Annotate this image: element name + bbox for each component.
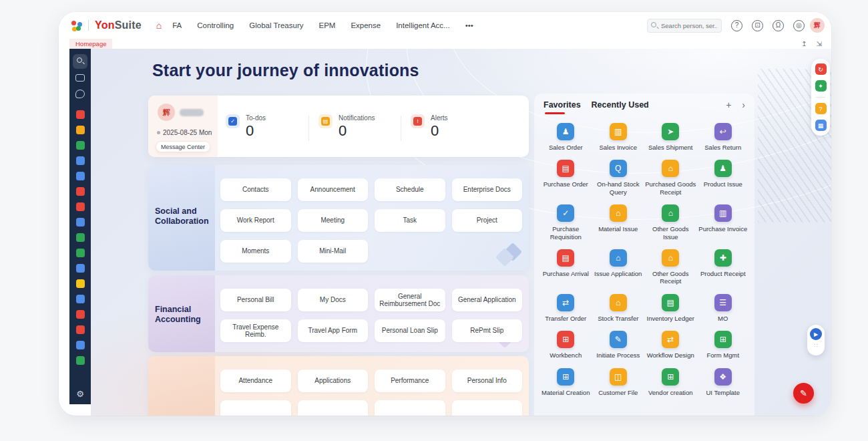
app-tile[interactable]: ⌂Purchased Goods Receipt — [645, 160, 696, 196]
sidebar-app-icon[interactable] — [76, 218, 85, 227]
quick-link-button[interactable]: Task — [375, 209, 445, 232]
nav-item[interactable]: EPM — [318, 21, 335, 29]
quick-link-button[interactable]: Personal Bill — [220, 289, 291, 311]
quick-link-button[interactable]: RePmt Slip — [452, 319, 523, 342]
app-tile[interactable]: ✓Purchase Requisition — [540, 204, 592, 241]
user-avatar[interactable]: 辉 — [810, 18, 825, 33]
tab-favorites[interactable]: Favorites — [544, 100, 581, 114]
sidebar-app-icon[interactable] — [76, 141, 85, 150]
quick-link-button[interactable]: Meeting — [298, 209, 369, 232]
rail-search-button[interactable] — [73, 54, 87, 69]
app-tile[interactable]: ⌂Stock Transfer — [592, 294, 644, 322]
quick-link-button[interactable]: Mini-Mail — [298, 240, 369, 263]
app-tile[interactable]: ⌂Other Goods Receipt — [645, 249, 696, 285]
quick-link-button[interactable]: Travel Expense Reimb. — [220, 319, 291, 342]
nav-item[interactable]: Expense — [351, 21, 381, 29]
drag-handle-icon[interactable]: ∷ — [814, 342, 818, 349]
help-icon[interactable]: ? — [731, 20, 742, 31]
app-tile[interactable]: ▤Inventory Ledger — [645, 294, 696, 322]
folder-icon[interactable] — [75, 74, 85, 82]
nav-item[interactable]: Intelligent Acc... — [396, 21, 450, 29]
nav-item[interactable]: Global Treasury — [249, 21, 303, 29]
app-tile[interactable]: ☰MO — [697, 294, 748, 322]
quick-link-button[interactable]: Applications — [298, 370, 369, 392]
sidebar-app-icon[interactable] — [76, 325, 85, 334]
quick-link-button[interactable] — [452, 400, 523, 416]
app-tile[interactable]: ✚Product Receipt — [697, 249, 748, 285]
avatar[interactable]: 辉 — [158, 104, 175, 121]
app-tile[interactable]: ▤Purchase Order — [540, 160, 592, 196]
sidebar-app-icon[interactable] — [76, 310, 85, 319]
nav-item[interactable]: Controlling — [197, 21, 234, 29]
message-icon[interactable]: ⊡ — [752, 20, 763, 31]
sync-icon[interactable]: ↻ — [815, 63, 827, 75]
quick-link-button[interactable] — [298, 400, 369, 416]
quick-link-button[interactable]: Contacts — [220, 178, 291, 201]
sidebar-app-icon[interactable] — [76, 264, 85, 273]
app-tile[interactable]: ⊞Form Mgmt — [697, 331, 748, 359]
headset-icon[interactable]: Ω — [773, 20, 784, 31]
help-circle-icon[interactable]: ? — [815, 103, 827, 114]
quick-link-button[interactable]: Project — [452, 209, 523, 232]
app-tile[interactable]: ▥Sales Invoice — [592, 123, 644, 151]
sidebar-app-icon[interactable] — [76, 279, 85, 288]
quick-link-button[interactable] — [375, 400, 445, 416]
sidebar-app-icon[interactable] — [76, 249, 85, 257]
app-tile[interactable]: ↩Sales Return — [697, 123, 748, 151]
chat-icon[interactable] — [75, 90, 85, 98]
sidebar-app-icon[interactable] — [76, 126, 85, 134]
app-tile[interactable]: QOn-hand Stock Query — [592, 160, 644, 196]
upload-icon[interactable]: ↥ — [801, 40, 807, 47]
app-tile[interactable]: ➤Sales Shipment — [645, 123, 696, 151]
quick-link-button[interactable]: Announcement — [298, 178, 369, 201]
app-tile[interactable]: ⊞Material Creation — [540, 368, 592, 396]
quick-link-button[interactable]: Moments — [220, 240, 291, 263]
link-icon[interactable]: ✦ — [815, 80, 827, 92]
sidebar-app-icon[interactable] — [76, 356, 85, 365]
quick-link-button[interactable] — [220, 400, 291, 416]
nav-item[interactable]: ••• — [465, 21, 473, 29]
quick-link-button[interactable]: Schedule — [375, 178, 445, 201]
app-tile[interactable]: ⊞Vendor creation — [645, 368, 696, 396]
app-tile[interactable]: ⊞Workbench — [540, 331, 592, 359]
app-tile[interactable]: ▤Purchase Arrival — [540, 249, 592, 285]
assistant-icon[interactable]: ▶ — [810, 328, 822, 340]
message-center-button[interactable]: Message Center — [156, 141, 210, 152]
quick-link-button[interactable]: General Application — [452, 289, 523, 311]
quick-link-button[interactable]: General Reimbursement Doc — [375, 289, 445, 311]
app-tile[interactable]: ✎Initiate Process — [592, 331, 644, 359]
add-favorite-icon[interactable]: + — [726, 100, 731, 110]
sidebar-app-icon[interactable] — [76, 172, 85, 180]
settings-gear-icon[interactable]: ⚙ — [69, 389, 91, 399]
nav-item[interactable]: FA — [172, 21, 182, 29]
assistant-icon[interactable]: ◎ — [793, 20, 805, 31]
app-tile[interactable]: ⌂Other Goods Issue — [645, 204, 696, 241]
sidebar-app-icon[interactable] — [76, 156, 85, 165]
sidebar-app-icon[interactable] — [76, 341, 85, 349]
app-tile[interactable]: ♟Sales Order — [540, 123, 592, 151]
app-tile[interactable]: ♟Product Issue — [697, 160, 748, 196]
quick-link-button[interactable]: Personal Info — [452, 370, 523, 392]
compose-fab[interactable]: ✎ — [793, 383, 814, 404]
sidebar-app-icon[interactable] — [76, 233, 85, 242]
app-tile[interactable]: ⇄Transfer Order — [540, 294, 592, 322]
stat-alerts[interactable]: ! Alerts 0 — [411, 114, 448, 138]
tab-recently-used[interactable]: Recently Used — [592, 100, 649, 114]
stat-todos[interactable]: ✓ To-dos 0 — [226, 114, 266, 138]
quick-link-button[interactable]: Personal Loan Slip — [375, 319, 445, 342]
expand-icon[interactable]: ⇲ — [817, 40, 822, 47]
quick-link-button[interactable]: Travel App Form — [298, 319, 369, 342]
search-input[interactable] — [647, 19, 722, 33]
sidebar-app-icon[interactable] — [76, 295, 85, 303]
briefcase-icon[interactable]: ▦ — [815, 120, 827, 131]
app-tile[interactable]: ▥Purchase Invoice — [697, 204, 748, 241]
quick-link-button[interactable]: Performance — [375, 370, 445, 392]
home-icon[interactable]: ⌂ — [156, 20, 162, 31]
quick-link-button[interactable]: Enterprise Docs — [452, 178, 523, 201]
sidebar-app-icon[interactable] — [76, 187, 85, 196]
quick-link-button[interactable]: Attendance — [220, 370, 291, 392]
app-tile[interactable]: ❖UI Template — [697, 368, 748, 396]
stat-notifications[interactable]: ▤ Notifications 0 — [318, 114, 375, 138]
sidebar-app-icon[interactable] — [76, 110, 85, 119]
app-tile[interactable]: ⇄Workflow Design — [645, 331, 696, 359]
